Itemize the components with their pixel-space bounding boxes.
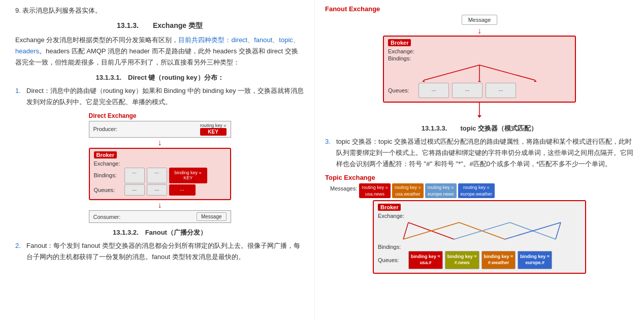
topic-queue-europe: binding key =europe.# — [518, 251, 552, 269]
intro-text: 表示消息队列服务器实体。 — [22, 7, 102, 14]
topic-queue-boxes: binding key =usa.# binding key =#.news b… — [408, 251, 552, 269]
broker-box-direct: Broker Exchange: Bindings: ··· ··· bindi… — [89, 148, 231, 201]
para1-part2: 。headers 匹配 AMQP 消息的 header 而不是路由键，此外 he… — [15, 47, 298, 66]
binding-dots-2: ··· — [147, 168, 167, 184]
topic-item: 3. topic 交换器：topic 交换器通过模式匹配分配消息的路由键属性，将… — [325, 136, 634, 170]
topic-queue-news: binding key =#.news — [445, 251, 479, 269]
fanout-bindings-label: Bindings: — [388, 55, 418, 61]
messages-label: Messages: — [330, 183, 357, 191]
svg-line-10 — [403, 222, 459, 239]
routing-key-value: KEY — [200, 128, 227, 136]
section-13-1-3-1-title: 13.1.3.1. Direct 键（routing key）分布： — [15, 73, 304, 82]
producer-box: Producer: routing key = KEY — [89, 121, 231, 138]
svg-line-8 — [403, 222, 408, 239]
fanout-broker-label: Broker — [388, 39, 411, 46]
svg-line-2 — [479, 65, 535, 80]
right-panel: Fanout Exchange Message ↓ Broker Exchang… — [315, 0, 644, 320]
item2-text: Fanout：每个发到 fanout 类型交换器的消息都会分到所有绑定的队列上去… — [26, 240, 304, 263]
item1-text: Direct：消息中的路由键（routing key）如果和 Binding 中… — [26, 85, 304, 108]
broker-label-direct: Broker — [94, 151, 117, 158]
arrow-down-2: ↓ — [89, 201, 231, 209]
fanout-queue-boxes: ··· ··· ··· — [418, 83, 516, 98]
fanout-exchange-row: Exchange: — [388, 48, 571, 54]
routing-key-label: routing key = — [200, 123, 227, 128]
left-panel: 9. 表示消息队列服务器实体。 13.1.3. Exchange 类型 Exch… — [0, 0, 315, 320]
fanout-queue-3: ··· — [486, 83, 516, 98]
rk-usa-weather: routing key =usa.weather — [392, 183, 424, 198]
intro-number: 9. — [15, 7, 21, 14]
topic-queue-weather: binding key =#.weather — [481, 251, 516, 269]
svg-line-15 — [556, 222, 561, 239]
direct-exchange-title: Direct Exchange — [89, 112, 231, 119]
message-box-consumer: Message — [197, 212, 227, 221]
fanout-queues-label: Queues: — [388, 87, 418, 93]
queue-2: ··· — [147, 184, 167, 196]
item3-text: topic 交换器：topic 交换器通过模式匹配分配消息的路由键属性，将路由键… — [336, 136, 634, 170]
routing-key-badges: routing key =usa.news routing key =usa.w… — [359, 183, 495, 198]
bindings-row: Bindings: ··· ··· binding key =KEY — [94, 168, 226, 184]
svg-marker-4 — [478, 80, 481, 82]
rk-europe-news: routing key =europe.news — [425, 183, 457, 198]
queues-row: Queues: ··· ··· ··· — [94, 184, 226, 196]
queue-boxes-direct: ··· ··· ··· — [124, 184, 196, 196]
arrow-down-1: ↓ — [89, 139, 231, 147]
svg-line-0 — [424, 65, 479, 80]
topic-bindings-row: Bindings: — [378, 244, 581, 250]
producer-label: Producer: — [93, 126, 118, 132]
message-top: Message — [325, 15, 634, 26]
topic-broker-box: Broker Exchange: Bindings: — [373, 200, 586, 273]
fanout-arrow-down: ↓ — [325, 27, 634, 35]
intro-line: 9. 表示消息队列服务器实体。 — [15, 5, 304, 16]
svg-line-12 — [454, 222, 510, 239]
fanout-broker-box: Broker Exchange: Bindings: Queues: ··· — [383, 36, 576, 103]
direct-exchange-diagram: Direct Exchange Producer: routing key = … — [89, 112, 231, 223]
svg-marker-5 — [534, 80, 537, 82]
topic-queue-usa: binding key =usa.# — [408, 251, 443, 269]
rk-usa-news: routing key =usa.news — [359, 183, 391, 198]
topic-exchange-label: Exchange: — [378, 213, 408, 219]
item2-num: 2. — [15, 240, 26, 263]
direct-item: 1. Direct：消息中的路由键（routing key）如果和 Bindin… — [15, 85, 304, 108]
queue-1: ··· — [124, 184, 145, 196]
fanout-queues-row: Queues: ··· ··· ··· — [388, 83, 571, 98]
topic-arrows-svg — [378, 220, 581, 243]
topic-exchange-title: Topic Exchange — [325, 174, 634, 181]
exchange-row: Exchange: — [94, 161, 226, 167]
topic-broker-label: Broker — [378, 204, 401, 211]
svg-marker-3 — [422, 80, 425, 82]
topic-queues-row: Queues: binding key =usa.# binding key =… — [378, 251, 581, 269]
para1-part1: Exchange 分发消息时根据类型的不同分发策略有区别， — [15, 36, 178, 44]
section-13-1-3-3-title: 13.1.3.3. topic 交换器（模式匹配） — [325, 124, 634, 133]
queue-3-active: ··· — [169, 184, 196, 196]
consumer-box: Consumer: Message — [89, 210, 231, 223]
fanout-exchange-label: Exchange: — [388, 48, 418, 54]
exchange-label: Exchange: — [94, 161, 124, 167]
fanout-arrows-svg — [393, 62, 566, 83]
fanout-queue-2: ··· — [452, 83, 482, 98]
svg-line-14 — [505, 222, 561, 239]
section-13-1-3-2-title: 13.1.3.2. Fanout（广播分发） — [15, 228, 304, 237]
message-box-top: Message — [462, 15, 498, 25]
item1-num: 1. — [15, 85, 26, 108]
bindings-boxes: ··· ··· binding key =KEY — [124, 168, 207, 184]
topic-bindings-label: Bindings: — [378, 244, 408, 250]
topic-diagram-section: Topic Exchange Messages: routing key =us… — [325, 174, 634, 274]
fanout-bottom-arrow-svg — [383, 103, 576, 118]
bindings-label: Bindings: — [94, 172, 124, 178]
queues-label: Queues: — [94, 187, 124, 193]
fanout-bindings-row: Bindings: — [388, 55, 571, 61]
rk-europe-weather: routing key =europe.weather — [458, 183, 495, 198]
svg-marker-7 — [477, 115, 481, 118]
section-13-1-3-title: 13.1.3. Exchange 类型 — [15, 21, 304, 30]
topic-exchange-row: Exchange: — [378, 213, 581, 219]
topic-messages-row: Messages: routing key =usa.news routing … — [325, 183, 634, 198]
binding-dots-1: ··· — [124, 168, 145, 184]
consumer-label: Consumer: — [93, 214, 121, 220]
fanout-diagram-section: Fanout Exchange Message ↓ Broker Exchang… — [325, 5, 634, 118]
exchange-types-para: Exchange 分发消息时根据类型的不同分发策略有区别，目前共四种类型：dir… — [15, 35, 304, 68]
item3-num: 3. — [325, 136, 336, 170]
fanout-item: 2. Fanout：每个发到 fanout 类型交换器的消息都会分到所有绑定的队… — [15, 240, 304, 263]
topic-queues-label: Queues: — [378, 257, 408, 263]
fanout-queue-1: ··· — [418, 83, 449, 98]
fanout-exchange-title: Fanout Exchange — [325, 5, 634, 13]
